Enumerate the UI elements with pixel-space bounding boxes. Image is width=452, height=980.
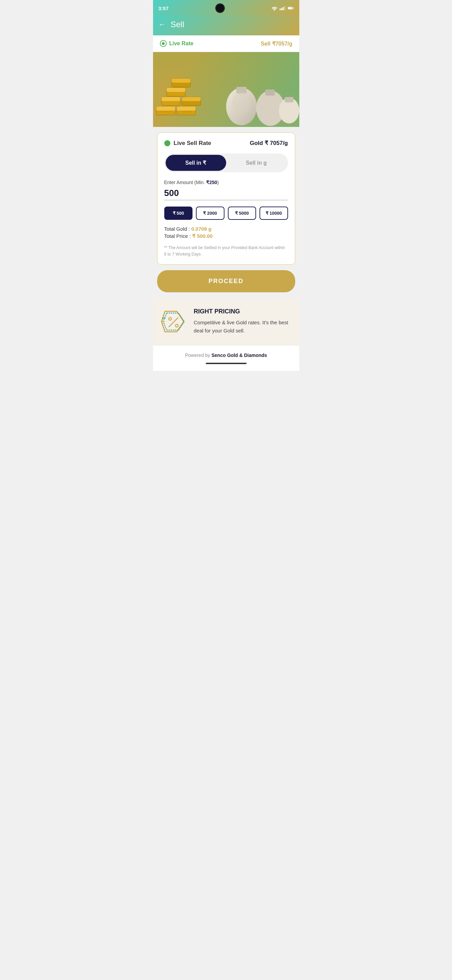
brand-name: Senco Gold & Diamonds xyxy=(211,353,267,358)
svg-rect-28 xyxy=(285,97,293,102)
right-pricing-section: RIGHT PRICING Competitive & live Gold ra… xyxy=(153,298,299,345)
svg-line-31 xyxy=(169,318,178,327)
proceed-button[interactable]: PROCEED xyxy=(157,270,295,292)
svg-rect-0 xyxy=(279,9,281,11)
svg-rect-2 xyxy=(282,7,284,10)
live-sell-rate-label: Live Sell Rate xyxy=(164,140,211,147)
svg-point-30 xyxy=(176,324,178,327)
svg-rect-3 xyxy=(284,6,285,10)
svg-rect-1 xyxy=(281,8,282,10)
hero-image xyxy=(153,52,299,127)
wifi-icon xyxy=(271,6,278,11)
gold-price-display: Gold ₹ 7057/g xyxy=(250,140,288,147)
total-price-row: Total Price : ₹ 500.00 xyxy=(164,233,288,239)
camera-notch xyxy=(215,3,225,13)
pricing-icon xyxy=(160,308,187,335)
status-time: 3:57 xyxy=(159,5,169,11)
total-gold-value: 0.0709 g xyxy=(192,226,211,232)
svg-rect-26 xyxy=(265,89,275,95)
quick-btn-10000[interactable]: ₹ 10000 xyxy=(260,207,288,220)
quick-btn-5000[interactable]: ₹ 5000 xyxy=(228,207,257,220)
svg-point-29 xyxy=(169,318,171,320)
quick-btn-500[interactable]: ₹ 500 xyxy=(164,207,193,220)
gold-bars-svg xyxy=(153,59,221,127)
quick-amounts: ₹ 500 ₹ 2000 ₹ 5000 ₹ 10000 xyxy=(164,207,288,220)
live-rate-label: Live Rate xyxy=(160,40,193,47)
pricing-title: RIGHT PRICING xyxy=(194,308,292,315)
amount-label: Enter Amount (Min. ₹250) xyxy=(164,180,288,185)
svg-rect-18 xyxy=(172,79,190,83)
amount-underline xyxy=(164,200,288,200)
live-rate-indicator xyxy=(160,40,167,47)
sell-toggle[interactable]: Sell in ₹ Sell in g xyxy=(164,153,288,172)
svg-rect-5 xyxy=(293,8,293,9)
footer: Powered by Senco Gold & Diamonds xyxy=(153,345,299,371)
total-gold-row: Total Gold : 0.0709 g xyxy=(164,226,288,232)
sell-rate: Sell ₹7057/g xyxy=(261,40,292,47)
svg-rect-8 xyxy=(157,107,175,111)
status-bar: 3:57 xyxy=(153,0,299,15)
svg-rect-6 xyxy=(288,8,292,9)
svg-rect-10 xyxy=(177,107,195,111)
amount-value[interactable]: 500 xyxy=(164,188,288,198)
live-rate-bar: Live Rate Sell ₹7057/g xyxy=(153,35,299,52)
live-dot xyxy=(162,42,165,45)
signal-icon xyxy=(279,6,286,11)
pricing-tag-icon xyxy=(160,308,187,335)
total-price-value: ₹ 500.00 xyxy=(192,233,213,239)
header: ← Sell xyxy=(153,15,299,35)
live-indicator xyxy=(164,140,170,146)
pricing-text: RIGHT PRICING Competitive & live Gold ra… xyxy=(194,308,292,335)
sell-rupee-btn[interactable]: Sell in ₹ xyxy=(166,155,226,171)
main-card: Live Sell Rate Gold ₹ 7057/g Sell in ₹ S… xyxy=(157,132,295,265)
card-header: Live Sell Rate Gold ₹ 7057/g xyxy=(164,140,288,147)
rate-value: ₹7057/g xyxy=(272,41,292,47)
svg-rect-16 xyxy=(167,88,186,92)
svg-rect-14 xyxy=(182,97,201,101)
powered-by-label: Powered by xyxy=(185,353,210,358)
bags-svg xyxy=(214,59,299,127)
back-button[interactable]: ← xyxy=(159,20,166,29)
battery-icon xyxy=(288,6,294,11)
quick-btn-2000[interactable]: ₹ 2000 xyxy=(196,207,224,220)
footer-line xyxy=(206,363,247,364)
sell-gram-btn[interactable]: Sell in g xyxy=(226,155,287,171)
pricing-description: Competitive & live Gold rates. It's the … xyxy=(194,318,292,335)
status-icons xyxy=(271,6,294,11)
svg-point-24 xyxy=(232,92,251,114)
svg-rect-12 xyxy=(162,97,180,101)
page-title: Sell xyxy=(171,20,184,29)
disclaimer: ** The Amount will be Settled in your Pr… xyxy=(164,245,288,258)
